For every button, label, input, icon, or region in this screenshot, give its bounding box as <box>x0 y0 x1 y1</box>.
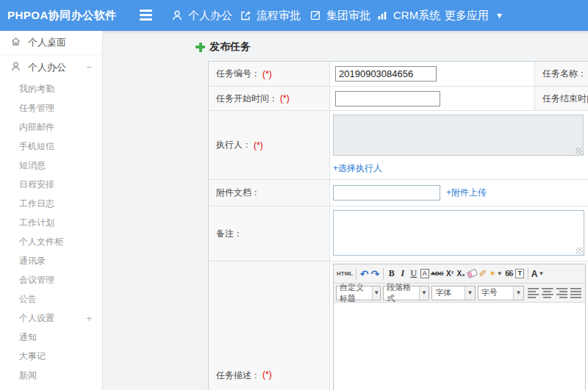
toolbar-separator <box>356 268 356 280</box>
sidebar-item-work-plan[interactable]: 工作计划 <box>0 213 102 232</box>
expand-icon[interactable]: + <box>86 313 92 324</box>
sidebar-item-schedule[interactable]: 日程安排 <box>0 175 102 194</box>
editor-content-area[interactable] <box>334 303 585 390</box>
attachment-label: 附件文档： <box>209 180 330 206</box>
toolbar-separator <box>528 268 528 280</box>
editor-redo-button[interactable]: ↷ <box>370 267 381 281</box>
custom-title-select[interactable]: 自定义标题▼ <box>336 286 381 300</box>
caret-down-icon: ▼ <box>372 286 380 300</box>
editor-underline-button[interactable]: U <box>408 267 419 281</box>
sidebar-item-work-log[interactable]: 工作日志 <box>0 194 102 213</box>
attachment-input[interactable] <box>333 185 440 201</box>
user-icon <box>171 10 183 21</box>
nav-item-label: 流程审批 <box>257 9 301 23</box>
editor-font-color-button[interactable]: A▼ <box>531 267 545 281</box>
attachment-upload-link[interactable]: +附件上传 <box>446 187 487 199</box>
editor-toolbar-row-1: HTML ↶ ↷ B I U A ABC X² X₂ ✐ ✶▼ 66 T <box>334 264 585 284</box>
editor-strikethrough-button[interactable]: ABC <box>430 267 444 281</box>
editor-superscript-button[interactable]: X² <box>445 267 456 281</box>
sidebar-item-personal-settings[interactable]: 个人设置 + <box>0 308 102 328</box>
sidebar-item-internal-mail[interactable]: 内部邮件 <box>0 118 102 137</box>
page-title: 发布任务 <box>196 40 251 54</box>
editor-italic-button[interactable]: I <box>397 267 408 281</box>
sidebar-item-personal-file-cabinet[interactable]: 个人文件柜 <box>0 232 102 251</box>
editor-remove-format-button[interactable] <box>467 267 478 281</box>
align-right-button[interactable] <box>556 287 567 298</box>
nav-item-label: CRM系统 <box>393 9 440 23</box>
note-textarea[interactable] <box>333 210 584 256</box>
nav-item-personal-office[interactable]: 个人办公 <box>171 0 232 31</box>
user-icon <box>10 61 21 74</box>
sidebar-item-label: 个人桌面 <box>28 36 66 49</box>
executor-label: 执行人：(*) <box>209 111 330 180</box>
home-icon <box>10 36 21 49</box>
sidebar-item-contacts[interactable]: 通讯录 <box>0 251 102 270</box>
paragraph-format-select[interactable]: 段落格式▼ <box>383 286 429 300</box>
editor-format-brush-button[interactable]: ✐ <box>478 267 489 281</box>
edit-approval-icon <box>309 10 321 21</box>
caret-down-icon: ▼ <box>419 286 429 300</box>
task-start-time-input[interactable] <box>335 91 440 106</box>
plus-icon <box>196 43 205 52</box>
task-number-input[interactable] <box>335 66 437 82</box>
task-number-label: 任务编号：(*) <box>209 62 330 87</box>
sidebar-item-short-message[interactable]: 短消息 <box>0 156 102 175</box>
task-start-time-label: 任务开始时间：(*) <box>209 87 330 111</box>
sidebar-item-memorabilia[interactable]: 大事记 <box>0 347 102 366</box>
font-family-select[interactable]: 字体▼ <box>431 286 475 300</box>
note-label: 备注： <box>209 206 330 261</box>
editor-undo-button[interactable]: ↶ <box>359 267 370 281</box>
executor-textarea[interactable] <box>333 115 584 156</box>
editor-toolbar-row-2: 自定义标题▼ 段落格式▼ 字体▼ 字号▼ <box>334 284 585 303</box>
collapse-icon[interactable]: − <box>86 62 92 73</box>
sidebar-item-news[interactable]: 新闻 <box>0 366 102 385</box>
align-left-button[interactable] <box>528 287 539 298</box>
task-name-label: 任务名称：(*) <box>535 62 588 87</box>
editor-bold-button[interactable]: B <box>386 267 397 281</box>
caret-down-icon: ▼ <box>497 270 503 277</box>
sidebar-item-announcement[interactable]: 公告 <box>0 289 102 308</box>
caret-down-icon: ▼ <box>538 270 544 277</box>
editor-font-button[interactable]: A <box>419 267 430 281</box>
sidebar-item-notification[interactable]: 通知 <box>0 328 102 347</box>
nav-item-workflow-approval[interactable]: 流程审批 <box>240 0 301 31</box>
main-content: 发布任务 任务编号：(*) 任务名称：(*) 任务开始时间：(*) 任务结束时间… <box>103 31 588 390</box>
top-navbar: PHPOA协同办公软件 个人办公 流程审批 集团审批 <box>0 0 588 31</box>
bar-chart-icon <box>376 10 388 21</box>
editor-subscript-button[interactable]: X₂ <box>456 267 467 281</box>
select-executor-link[interactable]: +选择执行人 <box>333 162 382 175</box>
task-description-label: 任务描述：(*) <box>209 261 330 390</box>
nav-item-group-approval[interactable]: 集团审批 <box>309 0 370 31</box>
sidebar-item-label: 个人办公 <box>28 61 66 74</box>
sidebar: 个人桌面 个人办公 − 我的考勤 任务管理 内部邮件 手机短信 短消息 日程安排… <box>0 31 103 390</box>
editor-blockquote-button[interactable]: 66 <box>503 267 514 281</box>
editor-autoformat-button[interactable]: ✶▼ <box>489 267 503 281</box>
sidebar-item-task-management[interactable]: 任务管理 <box>0 98 102 118</box>
sidebar-item-meeting-management[interactable]: 会议管理 <box>0 270 102 289</box>
font-size-select[interactable]: 字号▼ <box>478 286 524 300</box>
sidebar-item-personal-office[interactable]: 个人办公 − <box>0 55 102 79</box>
caret-down-icon: ▼ <box>465 286 475 300</box>
sidebar-item-personal-desktop[interactable]: 个人桌面 <box>0 31 102 55</box>
nav-item-more-apps[interactable]: 更多应用 ▼ <box>445 0 503 31</box>
sidebar-item-my-attendance[interactable]: 我的考勤 <box>0 79 102 98</box>
caret-down-icon: ▼ <box>495 11 503 20</box>
align-center-button[interactable] <box>542 287 553 298</box>
flow-approval-icon <box>240 10 251 21</box>
nav-item-label: 个人办公 <box>188 9 232 23</box>
nav-item-label: 集团审批 <box>326 9 370 23</box>
task-end-time-label: 任务结束时间：(*) <box>535 87 588 111</box>
task-form: 任务编号：(*) 任务名称：(*) 任务开始时间：(*) 任务结束时间：(*) … <box>208 61 588 390</box>
caret-down-icon: ▼ <box>513 286 523 300</box>
align-justify-button[interactable] <box>570 287 581 298</box>
sidebar-item-mobile-sms[interactable]: 手机短信 <box>0 137 102 156</box>
toolbar-separator <box>383 268 384 280</box>
app-logo: PHPOA协同办公软件 <box>7 0 117 31</box>
nav-item-crm-system[interactable]: CRM系统 <box>376 0 440 31</box>
hamburger-menu-icon[interactable] <box>140 10 152 21</box>
eraser-icon <box>466 269 478 279</box>
editor-paste-text-button[interactable]: T <box>514 267 526 281</box>
nav-item-label: 更多应用 <box>445 9 489 23</box>
editor-html-source-button[interactable]: HTML <box>336 267 354 281</box>
rich-text-editor: HTML ↶ ↷ B I U A ABC X² X₂ ✐ ✶▼ 66 T <box>333 264 586 390</box>
